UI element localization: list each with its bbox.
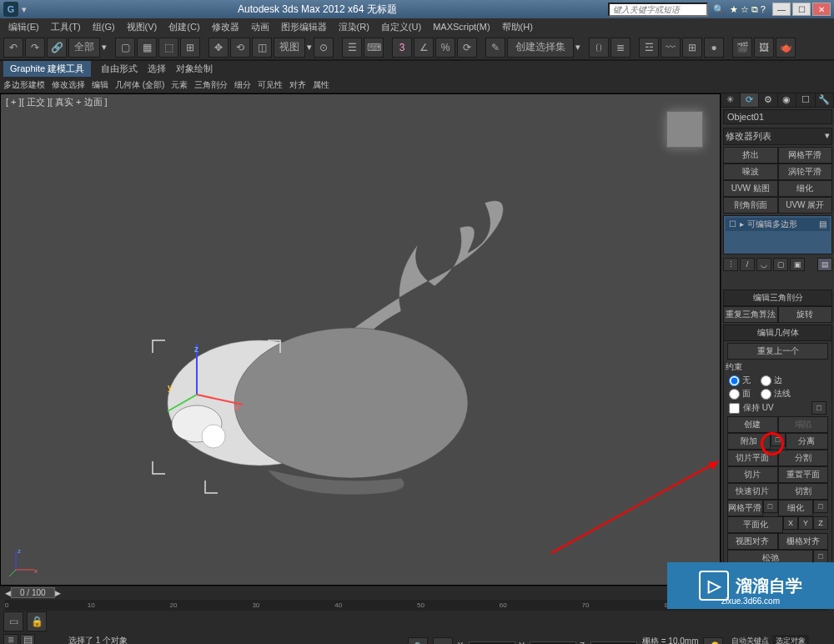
render-setup-button[interactable]: 🎬 <box>732 38 752 58</box>
tab-freeform[interactable]: 自由形式 <box>101 63 138 75</box>
modifier-list-combo[interactable]: 修改器列表▾ <box>723 128 832 145</box>
menu-help[interactable]: 帮助(H) <box>497 21 538 33</box>
sub-poly[interactable]: ▢ <box>773 258 788 271</box>
key-icon[interactable]: 🔑 <box>703 637 723 644</box>
panel-modsel[interactable]: 修改选择 <box>52 79 85 91</box>
btn-meshsmooth[interactable]: 网格平滑 <box>778 147 833 164</box>
tab-create[interactable]: ✳ <box>721 93 741 107</box>
btn-create[interactable]: 创建 <box>727 416 778 433</box>
chk-preserveuv[interactable] <box>729 403 740 414</box>
material-editor-button[interactable]: ● <box>704 38 724 58</box>
keymode-button[interactable]: ⌨ <box>364 38 384 58</box>
menu-views[interactable]: 视图(V) <box>122 21 163 33</box>
btn-planar-z[interactable]: Z <box>813 516 828 530</box>
sub-element[interactable]: ▣ <box>790 258 805 271</box>
menu-tools[interactable]: 工具(T) <box>46 21 86 33</box>
btn-collapse[interactable]: 塌陷 <box>778 416 829 433</box>
lock-button[interactable]: 🔒 <box>27 611 47 631</box>
lock-selection-icon[interactable]: 🔒 <box>408 637 428 644</box>
rollout-geo-head[interactable]: 编辑几何体 <box>723 325 832 341</box>
align-button[interactable]: ≣ <box>610 38 631 58</box>
tab-paint[interactable]: 对象绘制 <box>176 63 213 75</box>
tab-display[interactable]: ☐ <box>796 93 816 107</box>
btn-attach-list[interactable]: □ <box>771 433 786 446</box>
app-logo[interactable]: G <box>3 2 18 17</box>
radio-normal[interactable]: 法线 <box>761 388 791 400</box>
object-name-input[interactable] <box>723 109 832 124</box>
menu-create[interactable]: 创建(C) <box>163 21 204 33</box>
modifier-stack[interactable]: ☐▸可编辑多边形▤ <box>723 215 832 254</box>
script-icon[interactable]: ≡ <box>3 634 18 644</box>
coord-x-input[interactable] <box>469 641 515 645</box>
btn-resetplane[interactable]: 重置平面 <box>778 466 829 483</box>
link-button[interactable]: 🔗 <box>47 38 67 58</box>
btn-uvwunwrap[interactable]: UVW 展开 <box>778 197 833 214</box>
radio-edge[interactable]: 边 <box>761 375 782 386</box>
curve-editor-button[interactable]: 〰 <box>661 38 681 58</box>
window-crossing-button[interactable]: ⊞ <box>180 38 200 58</box>
named-selset-combo[interactable]: 创建选择集 <box>507 38 574 58</box>
menu-modifiers[interactable]: 修改器 <box>207 21 244 33</box>
manipulate-button[interactable]: ☰ <box>342 38 362 58</box>
coord-y-input[interactable] <box>530 641 576 645</box>
move-button[interactable]: ✥ <box>208 38 229 58</box>
menu-animation[interactable]: 动画 <box>246 21 274 33</box>
btn-tessellate2[interactable]: 细化 <box>778 180 833 197</box>
btn-viewalign[interactable]: 视图对齐 <box>727 533 778 550</box>
panel-align[interactable]: 对齐 <box>289 79 306 91</box>
btn-split[interactable]: 分割 <box>778 450 829 466</box>
btn-repeatlast[interactable]: 重复上一个 <box>727 343 828 360</box>
btn-uvwmap[interactable]: UVW 贴图 <box>723 180 778 197</box>
btn-quickslice[interactable]: 快速切片 <box>727 483 778 500</box>
close-button[interactable]: ✕ <box>812 3 831 16</box>
isolate-icon[interactable]: ▣ <box>433 637 453 644</box>
rotate-button[interactable]: ⟲ <box>230 38 250 58</box>
panel-edit[interactable]: 编辑 <box>92 79 108 91</box>
panel-polymodel[interactable]: 多边形建模 <box>3 79 45 91</box>
rect-region-button[interactable]: ⬚ <box>158 38 178 58</box>
rendered-frame-button[interactable]: 🖼 <box>754 38 774 58</box>
tab-selection[interactable]: 选择 <box>148 63 166 75</box>
maximize-button[interactable]: ☐ <box>792 3 811 16</box>
autokey-button[interactable]: 自动关键点 <box>728 635 772 644</box>
tab-modify[interactable]: ⟳ <box>741 93 760 107</box>
panel-subdiv[interactable]: 细分 <box>234 79 251 91</box>
render-button[interactable]: 🫖 <box>776 38 796 58</box>
btn-gridalign[interactable]: 栅格对齐 <box>778 533 829 550</box>
scene-mesh[interactable] <box>118 178 551 495</box>
panel-prop[interactable]: 属性 <box>313 79 329 91</box>
panel-vis[interactable]: 可见性 <box>258 79 283 91</box>
help-search-input[interactable] <box>608 3 708 17</box>
btn-noise[interactable]: 噪波 <box>723 164 778 180</box>
btn-turbosmooth[interactable]: 涡轮平滑 <box>778 164 833 180</box>
rollout-edittri-head[interactable]: 编辑三角剖分 <box>723 289 832 306</box>
select-name-button[interactable]: ▦ <box>137 38 157 58</box>
radio-face[interactable]: 面 <box>729 388 751 400</box>
menu-maxscript[interactable]: MAXScript(M) <box>428 22 495 32</box>
edit-selset-button[interactable]: ✎ <box>485 38 505 58</box>
spinner-snap-button[interactable]: ⟳ <box>457 38 477 58</box>
tab-motion[interactable]: ◉ <box>778 93 797 107</box>
btn-planarize[interactable]: 平面化 <box>727 516 783 533</box>
btn-retriangulate[interactable]: 重复三角算法 <box>723 306 778 323</box>
menu-edit[interactable]: 编辑(E) <box>3 21 44 33</box>
selset-combo[interactable]: 选定对象 <box>772 635 809 644</box>
btn-sliceplane[interactable]: 切片平面 <box>727 450 778 466</box>
sub-border[interactable]: ◡ <box>756 258 771 271</box>
btn-bevelprof[interactable]: 剖角剖面 <box>723 197 778 214</box>
btn-extrude[interactable]: 挤出 <box>723 147 778 164</box>
select-button[interactable]: ▢ <box>115 38 135 58</box>
mirror-button[interactable]: ⟮⟯ <box>589 38 609 58</box>
tab-hierarchy[interactable]: ⚙ <box>759 93 778 107</box>
menu-group[interactable]: 组(G) <box>88 21 120 33</box>
btn-msmooth[interactable]: 网格平滑 <box>727 500 763 516</box>
preserveuv-settings[interactable]: □ <box>811 401 826 415</box>
angle-snap-button[interactable]: ∠ <box>414 38 434 58</box>
radio-none[interactable]: 无 <box>729 375 751 386</box>
viewcube[interactable] <box>666 111 703 148</box>
sub-edge[interactable]: / <box>740 258 755 271</box>
snap-button[interactable]: 3 <box>392 38 412 58</box>
schematic-button[interactable]: ⊞ <box>682 38 702 58</box>
sub-vertex[interactable]: ⋮ <box>723 258 738 271</box>
minimax-button[interactable]: ▭ <box>3 611 23 631</box>
